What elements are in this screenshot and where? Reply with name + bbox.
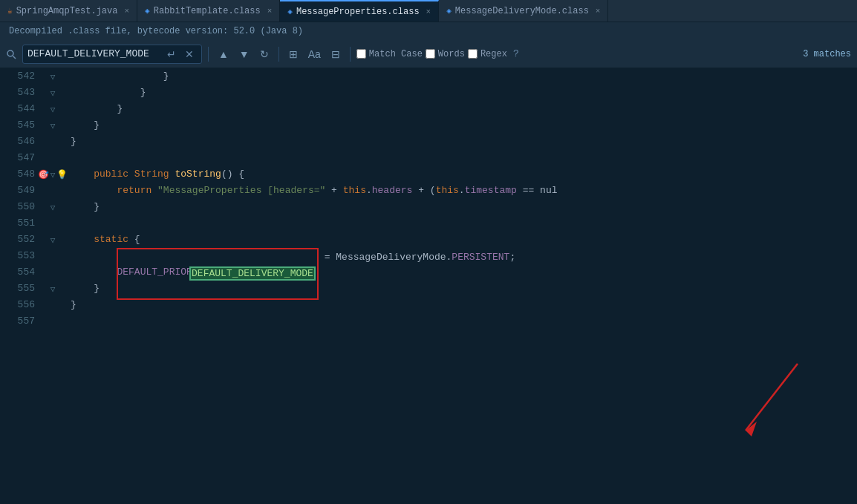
- code-line-551: [71, 215, 857, 232]
- search-next-btn[interactable]: ▼: [235, 47, 253, 62]
- fold-icon-545[interactable]: ▽: [50, 121, 56, 131]
- class-icon-rabbit: ◈: [145, 6, 150, 16]
- ln-551: 551: [9, 215, 35, 232]
- search-refresh-btn[interactable]: ↻: [256, 47, 273, 62]
- code-line-553: DEFAULT_DELIVERY_MODE = MessageDeliveryM…: [71, 248, 857, 264]
- code-line-545: }: [71, 117, 857, 134]
- code-line-552: static {: [71, 232, 857, 248]
- regex-checkbox[interactable]: [468, 49, 478, 59]
- tab-spring[interactable]: ☕ SpringAmqpTest.java ×: [0, 0, 137, 22]
- search-filter-btn[interactable]: ⊟: [328, 47, 344, 62]
- match-count: 3 matches: [803, 49, 851, 59]
- class-icon-msgprops: ◈: [287, 7, 293, 16]
- fold-icon-544[interactable]: ▽: [50, 105, 56, 114]
- words-label: Words: [438, 49, 465, 59]
- search-input-wrapper: ↵ ✕: [22, 45, 202, 64]
- target-icon-548: 🎯: [38, 169, 49, 180]
- code-area: 542 543 544 545 546 547 548 549 550 551 …: [0, 68, 857, 504]
- regex-option[interactable]: Regex: [468, 49, 507, 59]
- java-icon: ☕: [7, 6, 13, 16]
- match-case-label: Match Case: [369, 49, 423, 59]
- words-option[interactable]: Words: [426, 49, 465, 59]
- tab-close-rabbit[interactable]: ×: [267, 7, 273, 16]
- gutter-545: ▽: [41, 117, 65, 134]
- gutter-553: [41, 248, 65, 264]
- regex-label: Regex: [480, 49, 507, 59]
- search-separator-3: [350, 47, 351, 62]
- search-bar: ↵ ✕ ▲ ▼ ↻ ⊞ Aa ⊟ Match Case Words Regex …: [0, 40, 857, 68]
- info-bar: Decompiled .class file, bytecode version…: [0, 22, 857, 40]
- fold-icon-543[interactable]: ▽: [50, 88, 56, 98]
- search-enter-btn[interactable]: ↵: [164, 47, 179, 62]
- fold-icon-552[interactable]: ▽: [50, 235, 56, 245]
- ln-552: 552: [9, 232, 35, 248]
- ln-554: 554: [9, 264, 35, 281]
- gutter-549: [41, 183, 65, 199]
- search-case-toggle-btn[interactable]: Aa: [304, 47, 325, 62]
- ln-542: 542: [9, 68, 35, 85]
- gutter-556: [41, 297, 65, 313]
- search-icon: [6, 49, 16, 59]
- gutter-552: ▽: [41, 232, 65, 248]
- ln-546: 546: [9, 134, 35, 150]
- code-line-548: public String toString() {: [71, 166, 857, 183]
- code-line-543: }: [71, 85, 857, 101]
- ln-545: 545: [9, 117, 35, 134]
- gutter-554: [41, 264, 65, 281]
- words-checkbox[interactable]: [426, 49, 435, 59]
- class-icon-delivmode: ◈: [446, 6, 452, 16]
- code-line-549: return "MessageProperties [headers=" + t…: [71, 183, 857, 199]
- line-numbers: 542 543 544 545 546 547 548 549 550 551 …: [0, 68, 41, 504]
- ln-556: 556: [9, 297, 35, 313]
- search-help-btn[interactable]: ?: [513, 48, 519, 59]
- gutter-557: [41, 313, 65, 330]
- ln-550: 550: [9, 199, 35, 215]
- ln-555: 555: [9, 281, 35, 297]
- fold-icon-548[interactable]: ▽: [50, 170, 56, 180]
- gutter-544: ▽: [41, 101, 65, 117]
- gutter-546: [41, 134, 65, 150]
- fold-icon-555[interactable]: ▽: [50, 284, 56, 294]
- svg-point-0: [7, 50, 13, 56]
- ln-547: 547: [9, 150, 35, 166]
- ln-548: 548: [9, 166, 35, 183]
- match-case-option[interactable]: Match Case: [356, 49, 423, 59]
- search-separator-2: [278, 47, 279, 62]
- search-prev-btn[interactable]: ▲: [215, 47, 232, 62]
- tab-close-msgprops[interactable]: ×: [426, 7, 431, 16]
- tab-label-rabbit: RabbitTemplate.class: [154, 6, 261, 16]
- code-line-546: }: [71, 134, 857, 150]
- gutter-542: ▽: [41, 68, 65, 85]
- info-text: Decompiled .class file, bytecode version…: [9, 26, 303, 36]
- search-multiline-btn[interactable]: ⊞: [285, 47, 302, 62]
- tab-label-spring: SpringAmqpTest.java: [16, 6, 118, 16]
- tab-close-spring[interactable]: ×: [124, 7, 129, 16]
- match-current: DEFAULT_DELIVERY_MODE: [189, 266, 316, 281]
- code-content: } } } } } pu: [65, 68, 857, 504]
- search-input[interactable]: [27, 48, 161, 59]
- ln-549: 549: [9, 183, 35, 199]
- match-case-checkbox[interactable]: [356, 49, 366, 59]
- tab-label-delivmode: MessageDeliveryMode.class: [455, 6, 589, 16]
- svg-line-1: [13, 56, 16, 59]
- ln-557: 557: [9, 313, 35, 330]
- gutter: ▽ ▽ ▽ ▽ 🎯 ▽ 💡: [41, 68, 65, 504]
- ln-544: 544: [9, 101, 35, 117]
- search-separator-1: [208, 47, 209, 62]
- code-line-557: [71, 313, 857, 330]
- tab-close-delivmode[interactable]: ×: [596, 7, 601, 16]
- code-line-550: }: [71, 199, 857, 215]
- search-clear-btn[interactable]: ✕: [182, 47, 197, 62]
- tab-delivmode[interactable]: ◈ MessageDeliveryMode.class ×: [439, 0, 608, 22]
- fold-icon-550[interactable]: ▽: [50, 203, 56, 212]
- gutter-543: ▽: [41, 85, 65, 101]
- code-line-547: [71, 150, 857, 166]
- tab-rabbit[interactable]: ◈ RabbitTemplate.class ×: [137, 0, 280, 22]
- gutter-555: ▽: [41, 281, 65, 297]
- gutter-550: ▽: [41, 199, 65, 215]
- ln-543: 543: [9, 85, 35, 101]
- gutter-548: 🎯 ▽ 💡: [41, 166, 65, 183]
- gutter-547: [41, 150, 65, 166]
- tab-msgprops[interactable]: ◈ MessageProperties.class ×: [280, 0, 439, 22]
- fold-icon-542[interactable]: ▽: [50, 72, 56, 82]
